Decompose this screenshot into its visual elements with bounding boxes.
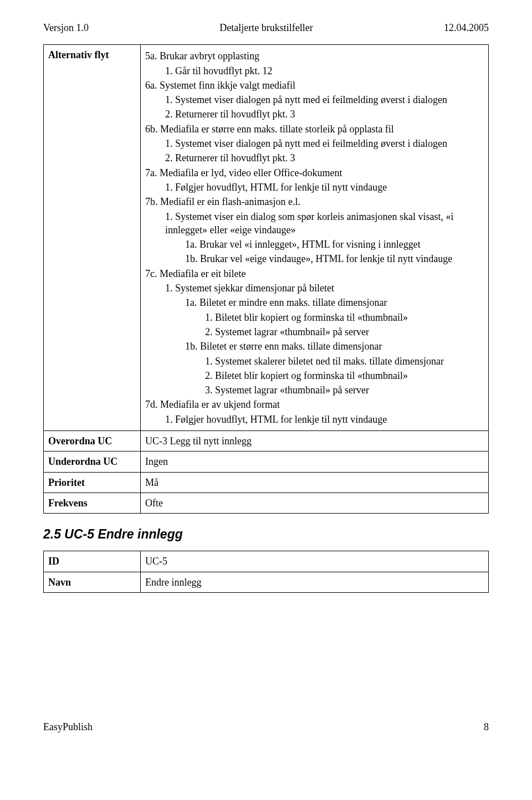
footer-left: EasyPublish: [43, 720, 93, 734]
header-date: 12.04.2005: [444, 21, 489, 34]
table-row: Alternativ flyt 5a. Brukar avbryt opplas…: [44, 45, 489, 431]
line-6b-2: 2. Returnerer til hovudflyt pkt. 3: [165, 151, 484, 165]
line-7b-1b: 1b. Brukar vel «eige vindauge», HTML for…: [185, 252, 484, 265]
table-row: Prioritet Må: [44, 472, 489, 493]
underordna-value: Ingen: [141, 452, 489, 472]
line-7d: 7d. Mediafila er av ukjend format: [145, 398, 484, 411]
table-row: Overordna UC UC-3 Legg til nytt innlegg: [44, 431, 489, 452]
line-7d-1: 1. Følgjer hovudflyt, HTML for lenkje ti…: [165, 413, 484, 426]
id-value: UC-5: [141, 551, 489, 572]
line-7b: 7b. Mediafil er ein flash-animasjon e.l.: [145, 195, 484, 208]
line-6b: 6b. Mediafila er større enn maks. tillat…: [145, 122, 484, 136]
line-7c-1b-2: 2. Biletet blir kopiert og forminska til…: [205, 369, 484, 382]
header-title: Detaljerte brukstilfeller: [219, 21, 313, 34]
line-7a-1: 1. Følgjer hovudflyt, HTML for lenkje ti…: [165, 181, 484, 194]
line-6a-1: 1. Systemet viser dialogen på nytt med e…: [165, 93, 484, 106]
altflyt-label: Alternativ flyt: [44, 45, 141, 431]
line-6a: 6a. Systemet finn ikkje valgt mediafil: [145, 79, 484, 92]
prioritet-value: Må: [141, 472, 489, 493]
overordna-value: UC-3 Legg til nytt innlegg: [141, 431, 489, 452]
header-version: Versjon 1.0: [43, 21, 89, 34]
table-row: Navn Endre innlegg: [44, 572, 489, 592]
line-6a-2: 2. Returnerer til hovudflyt pkt. 3: [165, 107, 484, 121]
uc5-table: ID UC-5 Navn Endre innlegg: [43, 551, 489, 593]
line-7c-1b-1: 1. Systemet skalerer biletet ned til mak…: [205, 355, 484, 368]
line-7b-1a: 1a. Brukar vel «i innlegget», HTML for v…: [185, 238, 484, 251]
frekvens-label: Frekvens: [44, 493, 141, 513]
line-7c: 7c. Mediafila er eit bilete: [145, 267, 484, 280]
table-row: Underordna UC Ingen: [44, 452, 489, 472]
altflyt-content: 5a. Brukar avbryt opplasting 1. Går til …: [141, 45, 489, 431]
line-7c-1b: 1b. Biletet er større enn maks. tillate …: [185, 340, 484, 353]
id-label: ID: [44, 551, 141, 572]
table-row: ID UC-5: [44, 551, 489, 572]
frekvens-value: Ofte: [141, 493, 489, 513]
navn-label: Navn: [44, 572, 141, 592]
line-7a: 7a. Mediafila er lyd, video eller Office…: [145, 166, 484, 180]
use-case-table: Alternativ flyt 5a. Brukar avbryt opplas…: [43, 44, 489, 514]
page-header: Versjon 1.0 Detaljerte brukstilfeller 12…: [43, 21, 489, 34]
line-7c-1b-3: 3. Systemet lagrar «thumbnail» på server: [205, 383, 484, 397]
line-7c-1a: 1a. Biletet er mindre enn maks. tillate …: [185, 296, 484, 309]
section-title: 2.5 UC-5 Endre innlegg: [43, 526, 489, 543]
line-6b-1: 1. Systemet viser dialogen på nytt med e…: [165, 137, 484, 150]
line-5a-1: 1. Går til hovudflyt pkt. 12: [165, 64, 484, 78]
line-7b-1: 1. Systemet viser ein dialog som spør ko…: [165, 210, 484, 237]
overordna-label: Overordna UC: [44, 431, 141, 452]
prioritet-label: Prioritet: [44, 472, 141, 493]
line-7c-1a-1: 1. Biletet blir kopiert og forminska til…: [205, 311, 484, 324]
footer-page-number: 8: [484, 720, 489, 734]
table-row: Frekvens Ofte: [44, 493, 489, 513]
page-footer: EasyPublish 8: [43, 720, 489, 734]
line-5a: 5a. Brukar avbryt opplasting: [145, 49, 484, 63]
line-7c-1a-2: 2. Systemet lagrar «thumbnail» på server: [205, 325, 484, 339]
underordna-label: Underordna UC: [44, 452, 141, 472]
navn-value: Endre innlegg: [141, 572, 489, 592]
line-7c-1: 1. Systemet sjekkar dimensjonar på bilet…: [165, 281, 484, 295]
